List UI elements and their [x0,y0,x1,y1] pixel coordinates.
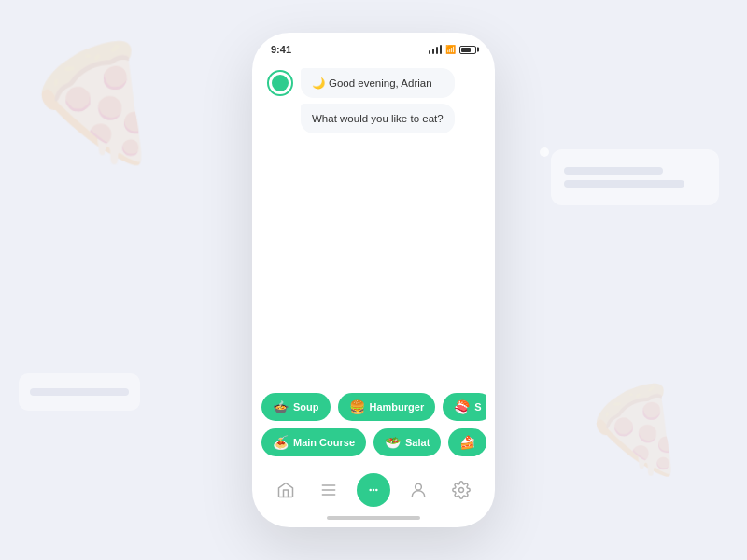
quick-reply-row-1: 🍲 Soup 🍔 Hamburger 🍣 S [261,393,486,421]
nav-menu[interactable] [314,475,344,505]
reply-dessert[interactable]: 🍰 [448,428,486,456]
soup-emoji: 🍲 [273,399,289,414]
quick-replies: 🍲 Soup 🍔 Hamburger 🍣 S 🍝 Main Course 🥗 S… [252,385,495,466]
sushi-label: S [474,401,481,413]
bot-avatar [267,70,293,96]
nav-bar [252,466,495,516]
bot-messages: 🌙Good evening, Adrian What would you lik… [301,68,455,133]
home-indicator [327,516,420,520]
salat-label: Salat [405,437,430,448]
svg-point-3 [416,483,422,490]
reply-sushi[interactable]: 🍣 S [443,393,486,421]
phone-frame: 9:41 📶 🌙Good evening, Adrian What would … [252,33,495,527]
nav-settings[interactable] [446,475,476,505]
svg-point-1 [373,489,375,492]
salat-emoji: 🥗 [385,435,401,450]
chat-area: 🌙Good evening, Adrian What would you lik… [252,61,495,385]
question-bubble: What would you like to eat? [301,104,455,133]
quick-reply-row-2: 🍝 Main Course 🥗 Salat 🍰 [261,428,486,456]
bot-message-row: 🌙Good evening, Adrian What would you lik… [267,68,480,133]
soup-label: Soup [293,401,319,413]
bot-avatar-inner [272,75,289,91]
bg-pizza-decoration: 🍕 [19,28,168,177]
status-bar: 9:41 📶 [252,33,495,61]
reply-salat[interactable]: 🥗 Salat [374,428,441,456]
hamburger-label: Hamburger [370,401,425,413]
wifi-icon: 📶 [445,45,456,54]
nav-profile[interactable] [403,475,433,505]
signal-icon [429,45,443,54]
greeting-bubble: 🌙Good evening, Adrian [301,68,455,98]
bg-card-left [19,373,140,411]
bg-card-right [551,149,719,205]
status-time: 9:41 [271,44,291,55]
svg-point-0 [369,489,372,492]
main-course-label: Main Course [293,437,355,448]
bg-pizza-slice-decoration: 🍕 [579,373,691,485]
reply-hamburger[interactable]: 🍔 Hamburger [338,393,436,421]
question-text: What would you like to eat? [312,113,444,124]
greeting-emoji: 🌙 [312,77,325,89]
hamburger-emoji: 🍔 [349,399,365,414]
main-course-emoji: 🍝 [273,435,289,450]
sushi-emoji: 🍣 [454,399,470,414]
status-icons: 📶 [429,45,477,54]
dessert-emoji: 🍰 [459,435,475,450]
svg-point-2 [375,489,378,492]
svg-point-4 [459,488,464,493]
nav-chat[interactable] [357,473,390,507]
bg-dot [540,147,549,157]
greeting-text: Good evening, Adrian [329,77,432,89]
battery-icon [459,46,476,54]
reply-main-course[interactable]: 🍝 Main Course [261,428,366,456]
reply-soup[interactable]: 🍲 Soup [261,393,331,421]
nav-home[interactable] [271,475,301,505]
